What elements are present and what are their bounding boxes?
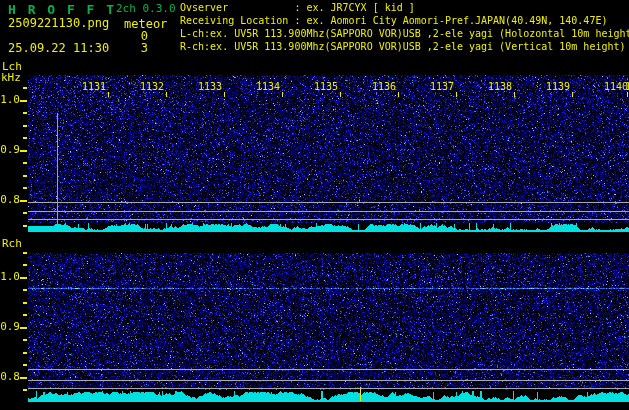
rch-freq-tick-0.8: 0.8 (0, 371, 20, 382)
hrofft-screen: H R O F F T 2ch 0.3.0 2509221130.png met… (0, 0, 629, 410)
time-label-1131: 1131 (81, 82, 107, 92)
time-label-1138: 1138 (487, 82, 513, 92)
location-line: Receiving Location : ex. Aomori City Aom… (180, 16, 607, 26)
time-label-1135: 1135 (313, 82, 339, 92)
spectrogram-canvas (0, 0, 629, 410)
rch-freq-tick-1.0: 1.0 (0, 271, 20, 282)
rch-freq-tick-0.9: 0.9 (0, 321, 20, 332)
time-label-1133: 1133 (197, 82, 223, 92)
time-label-partial: 11 (625, 82, 629, 92)
time-label-1137: 1137 (429, 82, 455, 92)
filename-label: 2509221130.png (8, 17, 109, 29)
lch-freq-tick-0.8: 0.8 (0, 194, 20, 205)
time-label-1134: 1134 (255, 82, 281, 92)
lch-freq-tick-0.9: 0.9 (0, 144, 20, 155)
time-label-1139: 1139 (545, 82, 571, 92)
rch-channel-label: Rch (2, 238, 22, 249)
observer-line: Ovserver : ex. JR7CYX [ kid ] (180, 3, 415, 13)
khz-unit-label: kHz (1, 72, 21, 83)
rch-config-line: R-ch:ex. UV5R 113.900Mhz(SAPPORO VOR)USB… (180, 42, 626, 52)
version-label: 2ch 0.3.0 (116, 3, 176, 14)
lch-freq-tick-1.0: 1.0 (0, 94, 20, 105)
time-label-1132: 1132 (139, 82, 165, 92)
datetime-label: 25.09.22 11:30 (8, 42, 109, 54)
rch-meteor-count: 3 (128, 42, 148, 54)
app-title: H R O F F T (8, 3, 116, 16)
lch-config-line: L-ch:ex. UV5R 113.900Mhz(SAPPORO VOR)USB… (180, 29, 629, 39)
time-label-1136: 1136 (371, 82, 397, 92)
